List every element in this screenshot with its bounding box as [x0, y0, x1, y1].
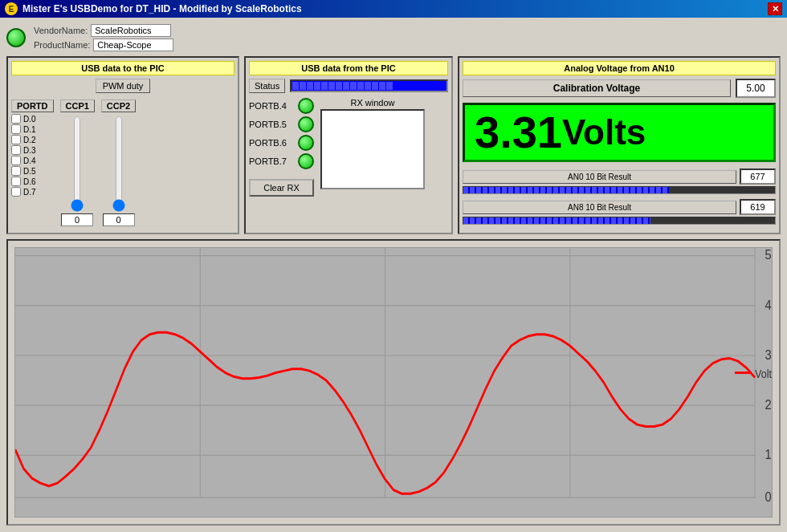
- top-section: VendorName: ScaleRobotics ProductName: C…: [6, 24, 781, 51]
- portb4-label: PORTB.4: [249, 101, 293, 111]
- portb5-led: [298, 116, 314, 132]
- svg-text:2: 2: [765, 397, 772, 412]
- portd-d1-label: D.1: [23, 125, 36, 134]
- portb4-led: [298, 98, 314, 114]
- svg-text:Volts: Volts: [755, 368, 772, 380]
- right-panel: Analog Voltage from AN10 Calibration Vol…: [458, 56, 781, 234]
- status-row: Status: [249, 79, 448, 93]
- product-name-value: Cheap-Scope: [93, 39, 173, 51]
- portb6-led: [298, 135, 314, 151]
- portd-d2-checkbox[interactable]: [11, 135, 21, 144]
- portd-d0-checkbox[interactable]: [11, 114, 21, 124]
- portd-label: PORTD: [11, 99, 54, 112]
- svg-text:0: 0: [765, 489, 772, 504]
- portd-d4[interactable]: D.4: [11, 156, 36, 165]
- ccp2-section: CCP2 0: [101, 99, 136, 226]
- an0-row: AN0 10 Bit Result 677: [463, 169, 776, 185]
- ccp2-value: 0: [103, 213, 135, 226]
- portd-d3[interactable]: D.3: [11, 145, 36, 155]
- calib-label: Calibration Voltage: [463, 79, 731, 97]
- chart-section: 5 4 3 2 1 0 Volts: [6, 239, 781, 526]
- portb6-row: PORTB.6: [249, 135, 314, 151]
- portb-rows: PORTB.4 PORTB.5 PORTB.6 PORTB.7: [249, 98, 314, 169]
- calib-value: 5.00: [736, 79, 776, 98]
- rx-window-label: RX window: [350, 98, 394, 108]
- an8-value: 619: [740, 199, 776, 215]
- panels-row: USB data to the PIC PWM duty PORTD D.0: [6, 56, 781, 234]
- ccp1-label: CCP1: [60, 99, 95, 112]
- voltage-unit: Volts: [562, 115, 646, 150]
- portd-d2[interactable]: D.2: [11, 135, 36, 144]
- mid-panel-header: USB data from the PIC: [249, 61, 448, 75]
- pwm-section: PWM duty: [11, 79, 234, 96]
- portd-d7[interactable]: D.7: [11, 187, 36, 197]
- ccp1-value: 0: [61, 213, 93, 226]
- port-sliders: PORTD D.0 D.1 D.2: [11, 99, 234, 226]
- portd-d7-label: D.7: [23, 188, 36, 197]
- ccp1-slider[interactable]: [69, 116, 85, 212]
- portd-d0-label: D.0: [23, 115, 36, 124]
- portd-d6[interactable]: D.6: [11, 177, 36, 186]
- an8-row: AN8 10 Bit Result 619: [463, 199, 776, 215]
- app-icon: E: [5, 2, 18, 15]
- rx-window-box[interactable]: [320, 109, 425, 189]
- portb5-label: PORTB.5: [249, 120, 293, 129]
- title-bar: E Mister E's USBDemo for DT_HID - Modifi…: [0, 0, 787, 18]
- portd-section: PORTD D.0 D.1 D.2: [11, 99, 54, 197]
- ccp2-slider[interactable]: [111, 116, 127, 212]
- pwm-label: PWM duty: [96, 79, 151, 93]
- mid-panel: USB data from the PIC Status: [244, 56, 453, 234]
- left-panel-header: USB data to the PIC: [11, 61, 234, 75]
- svg-rect-0: [15, 248, 772, 517]
- portb4-row: PORTB.4: [249, 98, 314, 114]
- clear-rx-button[interactable]: Clear RX: [249, 179, 314, 197]
- portd-d4-checkbox[interactable]: [11, 156, 21, 165]
- vendor-info: VendorName: ScaleRobotics ProductName: C…: [34, 24, 173, 51]
- portd-d0[interactable]: D.0: [11, 114, 36, 124]
- portd-checkboxes: D.0 D.1 D.2 D.3: [11, 114, 36, 197]
- an0-progress-fill: [463, 187, 669, 193]
- portd-d3-checkbox[interactable]: [11, 145, 21, 155]
- close-button[interactable]: ✕: [768, 2, 782, 15]
- connection-led: [6, 28, 26, 47]
- portd-d4-label: D.4: [23, 156, 36, 165]
- calib-row: Calibration Voltage 5.00: [463, 79, 776, 98]
- portb-section: PORTB.4 PORTB.5 PORTB.6 PORTB.7: [249, 98, 314, 197]
- ccp1-section: CCP1 0: [60, 99, 95, 226]
- portd-d7-checkbox[interactable]: [11, 187, 21, 197]
- an0-value: 677: [740, 169, 776, 185]
- an8-label: AN8 10 Bit Result: [463, 201, 736, 214]
- status-label: Status: [249, 79, 285, 93]
- portd-d6-checkbox[interactable]: [11, 177, 21, 186]
- status-progress: [290, 79, 448, 92]
- an0-label: AN0 10 Bit Result: [463, 170, 736, 184]
- portd-d6-label: D.6: [23, 177, 36, 186]
- voltage-display: 3.31 Volts: [463, 103, 776, 162]
- chart-svg: 5 4 3 2 1 0 Volts: [15, 248, 772, 517]
- portb7-label: PORTB.7: [249, 156, 293, 166]
- svg-text:3: 3: [765, 347, 772, 362]
- ccp2-label: CCP2: [101, 99, 136, 112]
- portd-d5[interactable]: D.5: [11, 166, 36, 176]
- portd-d5-checkbox[interactable]: [11, 166, 21, 176]
- rx-window-section: RX window: [320, 98, 425, 197]
- main-content: VendorName: ScaleRobotics ProductName: C…: [0, 18, 787, 532]
- svg-text:1: 1: [765, 447, 772, 461]
- svg-text:5: 5: [765, 248, 772, 262]
- window-title: Mister E's USBDemo for DT_HID - Modified…: [22, 3, 302, 14]
- status-progress-fill: [292, 81, 447, 91]
- chart-inner: 5 4 3 2 1 0 Volts: [14, 247, 773, 518]
- portb7-row: PORTB.7: [249, 153, 314, 169]
- mid-panel-inner: PORTB.4 PORTB.5 PORTB.6 PORTB.7: [249, 98, 448, 197]
- portd-d2-label: D.2: [23, 136, 36, 144]
- portb5-row: PORTB.5: [249, 116, 314, 132]
- portd-d1-checkbox[interactable]: [11, 124, 21, 134]
- svg-text:4: 4: [765, 298, 772, 312]
- portd-d3-label: D.3: [23, 146, 36, 155]
- voltage-number: 3.31: [475, 110, 562, 155]
- right-panel-header: Analog Voltage from AN10: [463, 61, 776, 75]
- product-name-label: ProductName:: [34, 40, 90, 50]
- an8-progress-fill: [463, 217, 650, 224]
- portb7-led: [298, 153, 314, 169]
- portd-d1[interactable]: D.1: [11, 124, 36, 134]
